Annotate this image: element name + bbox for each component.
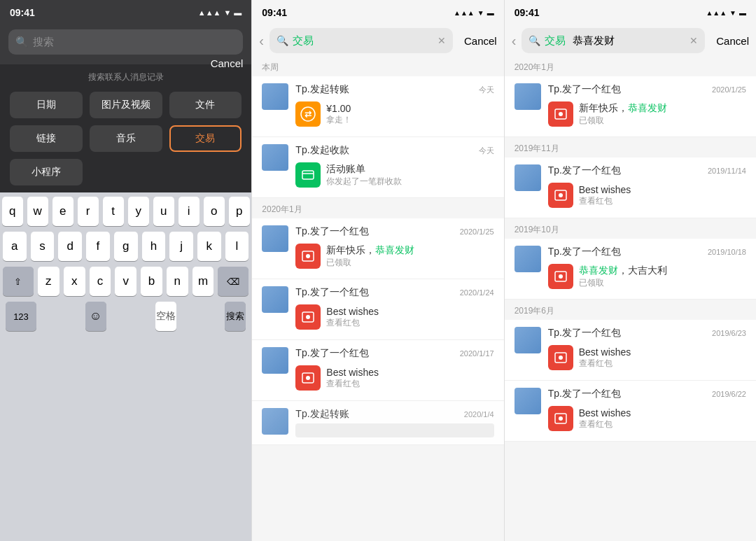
key-c[interactable]: c: [90, 267, 111, 296]
section-header-p3-2020jan: 2020年1月: [505, 56, 756, 76]
filter-section: 搜索联系人消息记录 日期 图片及视频 文件 链接 音乐 交易 小程序: [0, 64, 251, 192]
key-space[interactable]: 空格: [155, 302, 176, 331]
msg-content: Tp.发起转账 2020/1/4: [295, 408, 493, 437]
avatar-img: [262, 144, 288, 171]
key-e[interactable]: e: [52, 197, 74, 226]
svg-point-11: [559, 112, 563, 116]
key-b[interactable]: b: [141, 267, 162, 296]
search-bar-dark[interactable]: 🔍 搜索: [8, 29, 243, 55]
list-item[interactable]: Tp.发了一个红包 2020/1/25 新年快乐，恭喜发财 已领取: [505, 76, 756, 137]
filter-link[interactable]: 链接: [10, 125, 83, 152]
key-w[interactable]: w: [27, 197, 48, 226]
list-item[interactable]: Tp.发了一个红包 2019/6/23 Best wishes 查看红包: [505, 320, 756, 381]
key-s[interactable]: s: [31, 232, 55, 261]
card-title: 新年快乐，恭喜发财: [579, 102, 746, 115]
list-item[interactable]: Tp.发了一个红包 2020/1/17 Best wishes 查看红包: [252, 340, 503, 401]
svg-point-19: [559, 416, 563, 421]
cancel-button-3[interactable]: Cancel: [710, 35, 749, 47]
key-v[interactable]: v: [115, 267, 136, 296]
msg-card: 恭喜发财，大吉大利 已领取: [548, 261, 746, 292]
key-d[interactable]: d: [58, 232, 82, 261]
msg-card: Best wishes 查看红包: [295, 363, 493, 393]
key-p[interactable]: p: [229, 197, 250, 226]
list-item[interactable]: Tp.发了一个红包 2019/10/18 恭喜发财，大吉大利 已领取: [505, 239, 756, 300]
avatar-img: [514, 83, 541, 110]
key-return[interactable]: 搜索: [225, 302, 246, 331]
msg-content: Tp.发起转账 今天 ⇄ ¥1.00 拿走！: [295, 83, 493, 129]
key-i[interactable]: i: [178, 197, 200, 226]
key-t[interactable]: t: [103, 197, 124, 226]
key-o[interactable]: o: [204, 197, 225, 226]
card-sub: 查看红包: [579, 419, 746, 430]
msg-date: 2020/1/25: [460, 227, 494, 236]
avatar: [262, 347, 288, 374]
filter-date[interactable]: 日期: [10, 92, 83, 118]
list-item[interactable]: Tp.发了一个红包 2019/11/14 Best wishes 查看红包: [505, 157, 756, 218]
cancel-button-dark[interactable]: Cancel: [211, 57, 244, 69]
msg-name: Tp.发了一个红包: [548, 246, 621, 258]
filter-media[interactable]: 图片及视频: [90, 92, 162, 118]
scroll-content-3: 2020年1月 Tp.发了一个红包 2020/1/25 新年快乐，恭喜发财 已领…: [505, 56, 756, 541]
key-f[interactable]: f: [86, 232, 110, 261]
avatar-img: [514, 246, 541, 272]
redpacket-svg: [300, 248, 316, 264]
key-j[interactable]: j: [169, 232, 193, 261]
back-icon-2[interactable]: ‹: [259, 33, 264, 49]
list-item[interactable]: Tp.发了一个红包 2020/1/25 新年快乐，恭喜发财 已领取: [252, 218, 503, 279]
avatar: [514, 164, 541, 191]
msg-name: Tp.发了一个红包: [548, 388, 621, 400]
search-query-3-gongxi: 恭喜发财: [573, 34, 615, 48]
list-item[interactable]: Tp.发了一个红包 2019/6/22 Best wishes 查看红包: [505, 381, 756, 442]
card-icon-green: [295, 162, 321, 188]
key-x[interactable]: x: [64, 267, 85, 296]
clear-icon-3[interactable]: ✕: [690, 35, 698, 46]
filter-file[interactable]: 文件: [169, 92, 242, 118]
msg-top: Tp.发起转账 今天: [295, 83, 493, 96]
msg-content: Tp.发了一个红包 2020/1/24 Best wishes 查看红包: [295, 286, 493, 332]
key-r[interactable]: r: [78, 197, 99, 226]
key-shift[interactable]: ⇧: [3, 267, 34, 296]
key-emoji[interactable]: ☺: [85, 302, 106, 331]
key-u[interactable]: u: [153, 197, 174, 226]
key-k[interactable]: k: [197, 232, 221, 261]
card-sub: 查看红包: [579, 195, 746, 207]
filter-miniapp[interactable]: 小程序: [10, 159, 83, 185]
key-g[interactable]: g: [114, 232, 138, 261]
status-icons-1: ▲▲▲ ▼ ▬: [198, 8, 242, 17]
key-q[interactable]: q: [2, 197, 23, 226]
filter-trade[interactable]: 交易: [169, 125, 242, 152]
rp-svg-p3b: [553, 188, 568, 203]
key-l[interactable]: l: [225, 232, 249, 261]
card-title: Best wishes: [579, 184, 746, 195]
search-icon-dark: 🔍: [15, 36, 29, 48]
back-icon-3[interactable]: ‹: [512, 33, 517, 49]
card-icon-orange: ⇄: [295, 101, 321, 127]
rp-svg-p3c: [553, 269, 568, 284]
list-item[interactable]: Tp.发了一个红包 2020/1/24 Best wishes 查看红包: [252, 279, 503, 340]
key-y[interactable]: y: [128, 197, 149, 226]
keyboard: q w e r t y u i o p a s d f g h j k l ⇧ …: [0, 192, 251, 541]
key-z[interactable]: z: [38, 267, 59, 296]
key-delete[interactable]: ⌫: [218, 267, 248, 296]
key-123[interactable]: 123: [6, 302, 36, 331]
section-header-p3-2019nov: 2019年11月: [505, 137, 756, 157]
clear-icon-2[interactable]: ✕: [438, 35, 446, 46]
search-input-3[interactable]: 🔍 交易 恭喜发财 ✕: [522, 28, 705, 53]
key-h[interactable]: h: [142, 232, 166, 261]
msg-date: 2020/1/4: [464, 410, 494, 419]
list-item[interactable]: Tp.发起收款 今天 活动账单 你发起了一笔群收款: [252, 137, 503, 198]
filter-music[interactable]: 音乐: [90, 125, 162, 152]
card-icon-red: [295, 304, 321, 330]
msg-card: Best wishes 查看红包: [548, 403, 746, 434]
cancel-button-2[interactable]: Cancel: [458, 35, 497, 47]
key-n[interactable]: n: [167, 267, 188, 296]
card-icon-red: [295, 244, 321, 269]
card-icon-red: [548, 406, 573, 431]
card-text: 恭喜发财，大吉大利 已领取: [579, 265, 746, 289]
search-input-2[interactable]: 🔍 交易 ✕: [270, 28, 453, 53]
key-a[interactable]: a: [3, 232, 27, 261]
key-m[interactable]: m: [192, 267, 214, 296]
list-item[interactable]: Tp.发起转账 今天 ⇄ ¥1.00 拿走！: [252, 76, 503, 137]
status-icons-3: ▲▲▲ ▼ ▬: [706, 9, 746, 17]
list-item[interactable]: Tp.发起转账 2020/1/4: [252, 401, 503, 445]
